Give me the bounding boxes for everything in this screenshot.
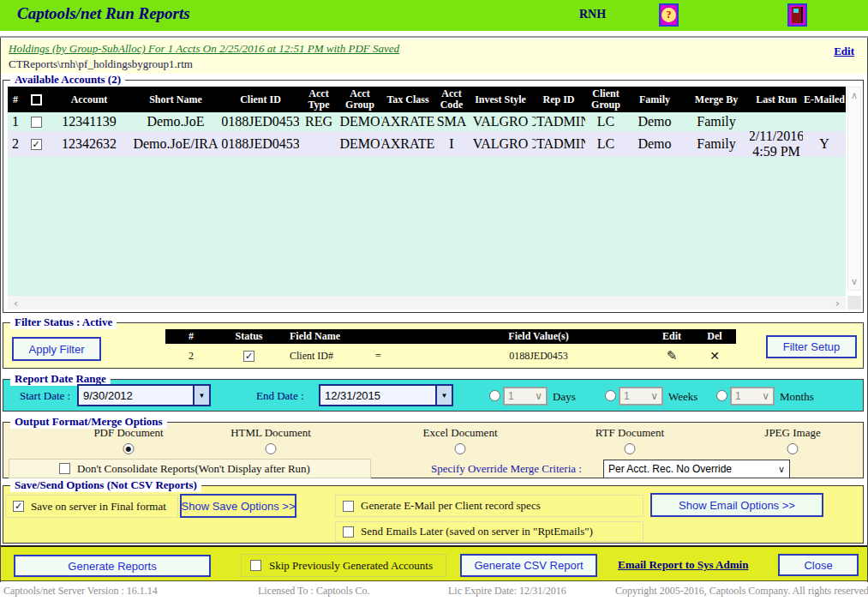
copyright-label: Copyright 2005-2016, Captools Company. A… (615, 585, 868, 598)
door-shape (792, 7, 803, 23)
client-group: LC (585, 112, 626, 131)
row-select-cell (23, 112, 49, 131)
generate-email-checkbox[interactable] (343, 501, 354, 512)
generate-csv-button[interactable]: Generate CSV Report (460, 554, 597, 577)
edit-link[interactable]: Edit (834, 45, 854, 58)
save-on-server-option: ✓ Save on server in Final format (5, 495, 178, 518)
pdf-document-label: PDF Document (93, 426, 163, 440)
start-date-dropdown-icon[interactable]: ▼ (193, 386, 209, 405)
filter-operator: = (375, 350, 427, 363)
col-emailed: E-Mailed (803, 87, 846, 112)
col-acct-code: Acct Code (434, 87, 469, 112)
licensed-to-label: Licensed To : Captools Co. (258, 585, 370, 598)
report-headline: Holdings (by Group-SubAlloc) For 1 Accts… (9, 42, 399, 56)
start-date-label: Start Date : (20, 389, 70, 403)
show-email-options-button[interactable]: Show Email Options >> (650, 493, 823, 517)
weeks-count-value: 1 (624, 390, 630, 402)
send-emails-later-checkbox[interactable] (343, 526, 354, 538)
days-count-select[interactable]: 1 ∨ (503, 387, 548, 406)
col-client-group: Client Group (585, 87, 626, 112)
account-2-checkbox[interactable]: ✓ (31, 139, 42, 150)
filter-col-num: # (165, 330, 217, 343)
apply-filter-button[interactable]: Apply Filter (12, 337, 101, 361)
show-save-options-button[interactable]: Show Save Options >> (180, 494, 296, 518)
report-template-path: CTReports\rnh\pf_holdingsbygroup1.rtm (9, 57, 193, 71)
select-all-checkbox[interactable] (31, 94, 42, 105)
edit-pencil-icon[interactable]: ✎ (667, 348, 678, 364)
days-label: Days (553, 390, 576, 404)
html-document-label: HTML Document (230, 426, 311, 440)
delete-x-icon[interactable]: ✕ (709, 349, 720, 363)
html-document-radio[interactable] (266, 443, 277, 454)
merge-criteria-select[interactable]: Per Acct. Rec. No Override ∨ (603, 460, 790, 478)
close-button[interactable]: Close (778, 554, 859, 576)
family: Demo (626, 112, 683, 131)
title-bar: Captools/net Run Reports RNH ? (0, 0, 868, 31)
account-number: 12342632 (49, 131, 129, 157)
vertical-scrollbar[interactable]: ∧ ∨ (847, 87, 861, 291)
filter-field-value: 0188JED0453 (427, 350, 650, 363)
months-select-chevron-icon: ∨ (762, 390, 769, 402)
scroll-up-icon[interactable]: ∧ (851, 90, 858, 101)
filter-col-del: Del (693, 330, 736, 343)
rtf-document-radio[interactable] (625, 443, 636, 454)
row-num: 2 (8, 131, 23, 157)
help-icon[interactable]: ? (659, 3, 679, 27)
dont-consolidate-checkbox[interactable] (59, 463, 70, 474)
scroll-left-icon[interactable]: ‹ (14, 297, 18, 310)
horizontal-scrollbar[interactable]: ‹ › (8, 296, 846, 310)
skip-generated-option: Skip Previously Generated Accounts (241, 554, 446, 577)
scroll-right-icon[interactable]: › (835, 297, 840, 310)
generate-reports-button[interactable]: Generate Reports (14, 555, 211, 577)
account-row-2[interactable]: 2 ✓ 12342632 Demo.JoE/IRA 0188JED0453 DE… (8, 131, 846, 157)
filter-setup-button[interactable]: Filter Setup (766, 335, 857, 358)
merge-by: Family (683, 112, 750, 131)
weeks-radio[interactable] (605, 390, 616, 401)
months-count-select[interactable]: 1 ∨ (730, 387, 775, 406)
start-date-value: 9/30/2012 (79, 386, 193, 405)
pdf-document-radio[interactable]: ● (123, 443, 135, 454)
rep-id: CTADMIN (532, 131, 585, 157)
save-on-server-checkbox[interactable]: ✓ (13, 501, 24, 512)
days-radio[interactable] (489, 390, 500, 401)
available-accounts-legend: Available Accounts (2) (10, 73, 125, 87)
months-label: Months (780, 390, 814, 404)
end-date-combobox[interactable]: 12/31/2015 ▼ (319, 384, 453, 406)
col-family: Family (626, 87, 683, 112)
report-date-range-section: Report Date Range Start Date : 9/30/2012… (3, 379, 864, 412)
account-row-1[interactable]: 1 12341139 Demo.JoE 0188JED0453 REG DEMO… (8, 112, 846, 131)
start-date-combobox[interactable]: 9/30/2012 ▼ (77, 384, 211, 406)
filter-status-checkbox[interactable]: ✓ (243, 351, 254, 362)
col-acct-type: Acct Type (299, 87, 338, 112)
emailed: Y (803, 131, 846, 157)
generate-email-option: Generate E-Mail per Client record specs (335, 495, 644, 517)
end-date-label: End Date : (256, 389, 304, 403)
account-1-checkbox[interactable] (31, 117, 42, 128)
accounts-table: # Account Short Name Client ID Acct Type… (8, 87, 846, 297)
filter-col-field-name: Field Name (281, 330, 375, 343)
acct-type: REG (299, 112, 338, 131)
scroll-down-icon[interactable]: ∨ (851, 276, 858, 287)
exit-door-icon[interactable] (787, 3, 807, 27)
skip-generated-checkbox[interactable] (250, 560, 261, 571)
email-sys-admin-link[interactable]: Email Report to Sys Admin (618, 558, 748, 572)
end-date-dropdown-icon[interactable]: ▼ (435, 386, 452, 405)
col-rep-id: Rep ID (532, 87, 585, 112)
accounts-empty-area (8, 157, 846, 297)
weeks-select-chevron-icon: ∨ (650, 390, 658, 402)
client-group: LC (585, 131, 626, 157)
jpeg-image-radio[interactable] (787, 443, 799, 454)
scrollbar-corner (847, 296, 861, 310)
col-num: # (8, 87, 23, 112)
titlebar-divider (0, 31, 868, 38)
months-radio[interactable] (716, 390, 727, 401)
col-acct-group: Acct Group (338, 87, 381, 112)
short-name: Demo.JoE/IRA (129, 131, 222, 157)
excel-document-radio[interactable] (455, 443, 466, 454)
col-account: Account (49, 87, 129, 112)
days-select-chevron-icon: ∨ (535, 390, 542, 402)
weeks-count-select[interactable]: 1 ∨ (619, 387, 663, 406)
send-emails-later-option: Send Emails Later (saved on server in "R… (335, 521, 644, 542)
filter-status-section: Filter Status : Active Apply Filter # St… (3, 322, 864, 369)
save-send-section: Save/Send Options (Not CSV Reports) ✓ Sa… (3, 485, 864, 544)
